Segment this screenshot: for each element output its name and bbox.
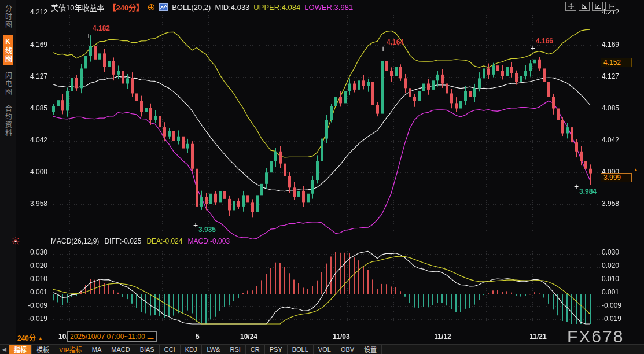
price-axis-label: 4.169 [602, 40, 636, 49]
price-annotation-high: 4.182 [93, 24, 110, 32]
toolbar-btn-macd[interactable]: MACD [106, 345, 134, 354]
price-axis-label: 4.169 [21, 40, 47, 49]
macd-axis-label: 0.020 [21, 261, 47, 270]
last-price-arrow-icon: ▲ [634, 167, 638, 172]
x-axis-date-label: 11/21 [529, 333, 546, 341]
crosshair-marker-icon: + [86, 31, 91, 40]
macd-axis-label: -0.009 [21, 301, 47, 310]
toolbar-scroll-left-icon[interactable]: ◀ [0, 345, 9, 354]
macd-axis-label: 0.030 [602, 248, 636, 257]
price-axis-label: 4.085 [21, 104, 47, 113]
macd-axis-label: 0.020 [602, 261, 636, 270]
x-axis-date-label: 11/03 [333, 333, 349, 341]
macd-axis-label: 0.001 [21, 288, 47, 297]
instrument-title: 美债10年收益率 [51, 2, 104, 13]
toolbar-btn-obv[interactable]: OBV [336, 345, 359, 354]
toolbar-btn-rsi[interactable]: RSI [225, 345, 245, 354]
macd-axis-label: -0.009 [602, 301, 636, 310]
last-price-tag: 3.999 [601, 173, 632, 182]
period-arrow-icon: ▲ [38, 335, 43, 341]
upper-band-price-tag: 4.152 [601, 58, 632, 67]
macd-axis-label: -0.019 [21, 315, 47, 323]
macd-axis-label: -0.019 [602, 315, 636, 323]
toolbar-btn-vol[interactable]: VOL [313, 345, 336, 354]
toolbar-btn-cci[interactable]: CCI [159, 345, 180, 354]
price-axis-label: 4.042 [21, 136, 47, 145]
price-axis-label: 4.212 [21, 8, 47, 17]
x-axis-date-label: 11/12 [434, 333, 451, 341]
price-axis-label: 3.958 [602, 200, 636, 208]
crosshair-target-icon[interactable] [148, 3, 155, 11]
axis-pan-icon[interactable] [592, 2, 603, 11]
price-axis-label: 4.042 [602, 136, 636, 145]
pan-icon[interactable] [565, 2, 576, 11]
macd-hist-value: MACD:-0.003 [187, 237, 230, 245]
chart-canvas[interactable] [0, 0, 644, 354]
toolbar-btn-cr[interactable]: CR [245, 345, 264, 354]
crosshair-marker-icon: + [193, 220, 198, 230]
sidebar: 分时图 K线图 闪电图 合约资料 [0, 0, 16, 344]
x-axis-date-label: 10/24 [240, 333, 257, 341]
axis-scale-icon[interactable] [579, 2, 590, 11]
watermark: FX678 [567, 327, 624, 346]
sidebar-tab-flash[interactable]: 闪电图 [3, 69, 13, 98]
toolbar-btn-indicators[interactable]: 指标 [9, 345, 31, 354]
macd-header: MACD(26,12,9) DIFF:-0.025 DEA:-0.024 MAC… [51, 237, 230, 245]
macd-axis-label: 0.010 [21, 275, 47, 283]
boll-lower-value: LOWER:3.981 [304, 3, 353, 12]
crosshair-marker-icon: + [531, 43, 535, 53]
toolbar-btn-settings[interactable]: 设置 [359, 345, 382, 354]
sidebar-tab-contract-info[interactable]: 合约资料 [3, 102, 13, 139]
toolbar-btn-templates[interactable]: 模板 [31, 345, 54, 354]
crosshair-marker-icon: + [574, 182, 579, 191]
mini-chart-icon[interactable] [159, 3, 168, 11]
toolbar-btn-bias[interactable]: BIAS [135, 345, 159, 354]
period-text: 240分 [17, 334, 36, 342]
price-annotation-low: 3.984 [579, 187, 597, 196]
toolbar-btn-psy[interactable]: PSY [264, 345, 287, 354]
price-axis-label: 4.000 [21, 168, 47, 176]
macd-axis-label: 0.030 [21, 248, 47, 257]
macd-axis-label: 0.001 [602, 288, 636, 297]
indicator-star-icon[interactable] [11, 237, 20, 248]
crosshair-marker-icon: + [381, 44, 385, 53]
toolbar-btn-lw[interactable]: LW& [201, 345, 225, 354]
price-axis-label: 3.958 [21, 200, 47, 208]
boll-upper-value: UPPER:4.084 [253, 3, 300, 12]
boll-indicator-label: BOLL(20,2) [172, 3, 211, 12]
price-annotation-low: 3.935 [198, 226, 216, 234]
indicator-toolbar: ◀ 指标 模板 VIP指标 MA MACD BIAS CCI KDJ LW& R… [0, 344, 644, 354]
chart-header: 美债10年收益率 【240分】 BOLL(20,2) MID:4.033 UPP… [51, 2, 353, 12]
x-axis-partial-label: 5 [196, 333, 200, 341]
price-axis-label: 4.085 [602, 104, 636, 113]
toolbar-btn-kdj[interactable]: KDJ [180, 345, 202, 354]
toolbar-btn-ma[interactable]: MA [87, 345, 106, 354]
period-indicator[interactable]: 240分 ▲ [17, 333, 43, 342]
toolbar-btn-boll[interactable]: BOLL [287, 345, 313, 354]
period-badge: 【240分】 [108, 2, 143, 13]
sidebar-tab-timeline[interactable]: 分时图 [3, 2, 13, 31]
price-annotation-high: 4.164 [387, 38, 404, 46]
sidebar-tab-kline[interactable]: K线图 [3, 35, 13, 65]
macd-diff-value: DIFF:-0.025 [104, 237, 141, 245]
macd-axis-label: 0.010 [602, 275, 636, 283]
macd-dea-value: DEA:-0.024 [146, 237, 182, 245]
price-axis-label: 4.127 [602, 72, 636, 81]
macd-indicator-label: MACD(26,12,9) [51, 237, 99, 245]
price-annotation-high: 4.166 [536, 37, 553, 45]
toolbar-btn-vip-indicators[interactable]: VIP指标 [54, 345, 87, 354]
bar-datetime-tooltip: 2025/10/07 07:00~11:00 二 [67, 331, 157, 342]
price-axis-label: 4.127 [21, 72, 47, 81]
chart-tools [565, 2, 616, 11]
boll-mid-value: MID:4.033 [215, 3, 249, 12]
axis-shift-icon[interactable] [605, 2, 616, 11]
